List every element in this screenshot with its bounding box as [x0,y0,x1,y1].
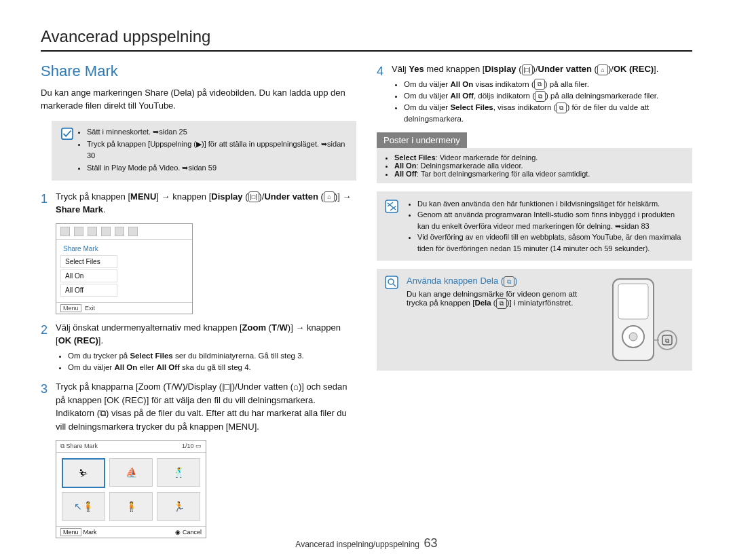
bullet: Om du väljer All Off, döljs indikatorn (… [404,90,692,102]
left-column: Share Mark Du kan ange markeringen Share… [41,62,356,545]
right-column: 4 Välj Yes med knappen [Display (|□|)/Un… [377,62,692,545]
prereq-item: Ställ in Play Mode på Video. ➥sidan 59 [87,162,350,174]
screenshot-footer: Menu Exit [56,302,192,314]
share-indicator-icon: ⧉ [534,79,545,90]
magnify-icon [385,276,400,291]
two-column-layout: Share Mark Du kan ange markeringen Share… [41,62,692,545]
menu-item: All Off [60,284,117,297]
share-key-icon: ⧉ [504,276,514,287]
thumbnail: 🏃 [157,492,200,521]
thumb-title: ⧉ Share Mark [60,443,98,450]
step-2-text: Välj önskat undermenyalternativ med knap… [56,322,341,346]
check-icon [58,126,76,140]
section-title: Share Mark [41,62,356,80]
step-3: 3 Tryck på knapparna [Zoom (T/W)/Display… [41,380,356,433]
step-3-text: Tryck på knapparna [Zoom (T/W)/Display (… [56,380,356,433]
page-number: 63 [424,536,438,550]
thumb-counter: 1/10 ▭ [182,443,202,450]
tab-icon [88,227,97,236]
screenshot-titlebar [56,224,192,240]
svg-rect-0 [62,128,73,139]
submenu-header: Poster i undermeny [377,132,467,148]
step-number: 1 [41,190,56,217]
step-number: 3 [41,380,56,433]
bullet: Om du väljer All On visas indikatorn (⧉)… [404,79,692,90]
step-4-text: Välj Yes med knappen [Display (|□|)/Unde… [392,64,658,74]
bullet: Om du trycker på Select Files ser du bil… [68,350,356,362]
device-illustration: ⧉ [603,276,684,364]
step-1-text: Tryck på knappen [MENU] → knappen [Displ… [56,191,351,215]
step-2-bullets: Om du trycker på Select Files ser du bil… [56,350,356,374]
manual-page: Avancerad uppspelning Share Mark Du kan … [0,0,733,560]
page-footer: Avancerad inspelning/uppspelning 63 [0,536,733,550]
step-1: 1 Tryck på knappen [MENU] → knappen [Dis… [41,190,356,217]
tip-item: Genom att använda programvaran Intelli-s… [417,209,684,231]
menu-screenshot: Share Mark Select Files All On All Off M… [56,223,193,314]
thumb-top: ⧉ Share Mark 1/10 ▭ [56,441,206,453]
share-indicator-icon: ⧉ [556,102,567,113]
thumbnail: ↖🧍 [62,492,105,521]
tip-list: Du kan även använda den här funktionen i… [407,198,684,255]
share-button-title: Använda knappen Dela (⧉) [407,276,596,287]
step-body: Välj Yes med knappen [Display (|□|)/Unde… [392,62,692,126]
bullet: Om du väljer All On eller All Off ska du… [68,362,356,373]
menu-item: All On [60,269,117,282]
prereq-item: Sätt i minneskortet. ➥sidan 25 [87,126,350,138]
step-body: Välj önskat undermenyalternativ med knap… [56,321,356,374]
share-button-text: Du kan ange delningsmärke för videon gen… [407,290,596,309]
share-indicator-icon: ⧉ [535,91,546,102]
note-icon [385,198,400,217]
menu-item: Select Files [60,255,117,268]
menu-head: Share Mark [60,244,188,254]
step-2: 2 Välj önskat undermenyalternativ med kn… [41,321,356,374]
thumb-grid: ⛷ ⛵ 🕺 ↖🧍 🧍 🏃 [56,453,206,526]
step-4: 4 Välj Yes med knappen [Display (|□|)/Un… [377,62,692,126]
screenshot-menu: Share Mark Select Files All On All Off [56,240,192,302]
svg-rect-6 [618,284,648,319]
underwater-icon: ⌂ [597,64,608,75]
prerequisite-box: Sätt i minneskortet. ➥sidan 25 Tryck på … [52,121,356,181]
share-key-icon: ⧉ [496,298,507,309]
tab-icon [115,227,124,236]
display-icon: |□| [248,191,259,202]
intro-paragraph: Du kan ange markeringen Share (Dela) på … [41,87,356,113]
svg-rect-2 [386,276,398,288]
footer-label: Avancerad inspelning/uppspelning [295,540,419,549]
share-button-tip: Använda knappen Dela (⧉) Du kan ange del… [377,269,692,371]
footer-menu-key: Menu [60,304,81,312]
underwater-icon: ⌂ [324,191,335,202]
tab-icon [74,227,83,236]
thumbnail: ⛵ [109,458,153,487]
tab-icon [101,227,111,236]
thumbnail-selected: ⛷ [62,458,105,488]
tip-box: Du kan även använda den här funktionen i… [377,191,692,261]
bullet: Om du väljer Select Files, visas indikat… [404,102,692,126]
thumb-mark-label: MenuMark [60,529,97,536]
thumbnail: 🕺 [157,458,200,487]
footer-exit-label: Exit [85,305,95,312]
display-icon: |□| [522,64,533,75]
step-4-bullets: Om du väljer All On visas indikatorn (⧉)… [392,79,692,126]
thumbnail: 🧍 [109,492,153,521]
submenu-box: Select Files: Videor markerade för delni… [377,148,692,183]
tab-icon [128,227,138,236]
step-number: 2 [41,321,56,374]
prereq-item: Tryck på knappen [Uppspelning (▶)] för a… [87,138,350,161]
submenu-item: All Off: Tar bort delningsmarkering för … [394,170,685,178]
step-number: 4 [377,62,392,126]
svg-point-8 [629,333,637,341]
step-body: Tryck på knappen [MENU] → knappen [Displ… [56,190,356,217]
svg-text:⧉: ⧉ [665,337,670,344]
tab-icon [60,227,70,236]
tip-item: Du kan även använda den här funktionen i… [417,198,684,210]
thumbnail-screenshot: ⧉ Share Mark 1/10 ▭ ⛷ ⛵ 🕺 ↖🧍 🧍 🏃 MenuMar… [56,440,206,538]
prerequisite-list: Sätt i minneskortet. ➥sidan 25 Tryck på … [76,126,350,175]
tip-item: Vid överföring av en videofil till en we… [417,231,684,254]
submenu-item: All On: Delningsmarkerade alla videor. [394,162,685,170]
page-title: Avancerad uppspelning [41,27,692,46]
submenu-item: Select Files: Videor markerade för delni… [394,153,685,162]
thumb-cancel-label: ◉ Cancel [175,529,202,536]
title-rule [41,50,692,52]
